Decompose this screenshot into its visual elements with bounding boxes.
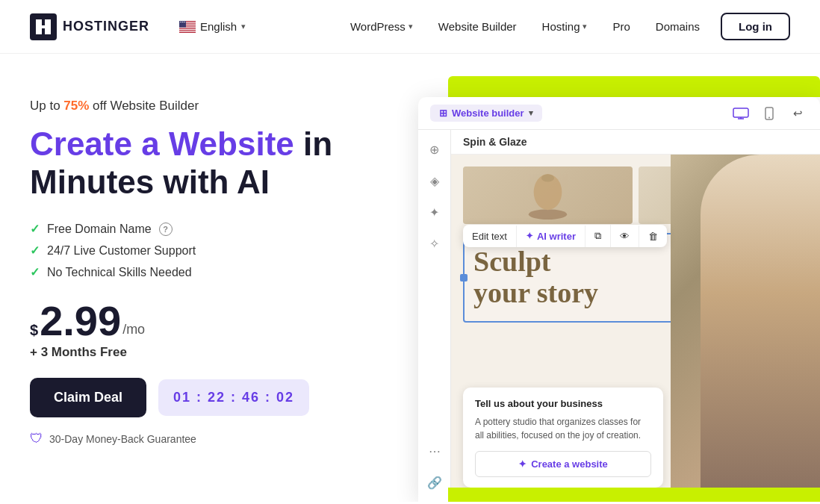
free-months-text: + 3 Months Free <box>30 345 388 360</box>
edit-text-label: Edit text <box>472 231 507 242</box>
lime-bar-bottom <box>448 488 820 502</box>
nav-item-wordpress[interactable]: WordPress ▾ <box>340 14 423 39</box>
language-selector[interactable]: English ▾ <box>179 20 246 33</box>
claim-deal-button[interactable]: Claim Deal <box>30 378 146 417</box>
nav-item-hosting[interactable]: Hosting ▾ <box>532 14 598 39</box>
ai-writer-label: AI writer <box>537 231 576 242</box>
feature-item-domain: ✓ Free Domain Name ? <box>30 222 388 236</box>
feature-item-skills: ✓ No Technical Skills Needed <box>30 265 388 279</box>
browser-body: ⊕ ◈ ✦ ✧ ⋯ 🔗 Spin & Glaze <box>418 130 820 502</box>
canvas-area: Spin & Glaze <box>451 130 820 502</box>
info-icon-domain[interactable]: ? <box>159 223 173 236</box>
login-button[interactable]: Log in <box>721 13 790 40</box>
navbar: HOSTINGER English ▾ WordPress ▾ Website … <box>0 0 820 54</box>
pottery-image-left <box>463 167 633 224</box>
text-edit-toolbar: Edit text ✦ AI writer ⧉ 👁 🗑 <box>463 225 667 247</box>
guarantee-text: 30-Day Money-Back Guarantee <box>49 433 196 445</box>
left-panel: Up to 75% off Website Builder Create a W… <box>30 84 388 447</box>
tab-icon: ⊞ <box>439 108 447 119</box>
price-period: /mo <box>122 322 145 337</box>
price-row: $ 2.99 /mo <box>30 300 388 342</box>
preview-element-button[interactable]: 👁 <box>611 225 639 247</box>
feature-item-support: ✓ 24/7 Live Customer Support <box>30 243 388 258</box>
ai-card-title: Tell us about your business <box>475 398 651 409</box>
ai-card: Tell us about your business A pottery st… <box>463 388 663 488</box>
wordpress-chevron-icon: ▾ <box>409 22 413 31</box>
promo-text: Up to 75% off Website Builder <box>30 99 388 113</box>
edit-text-button[interactable]: Edit text <box>463 225 517 247</box>
ai-writer-button[interactable]: ✦ AI writer <box>517 225 586 247</box>
language-label: English <box>200 20 237 33</box>
tab-chevron-icon: ▾ <box>529 108 533 118</box>
nav-item-website-builder[interactable]: Website Builder <box>428 14 527 39</box>
price-dollar: $ <box>30 322 38 339</box>
pricing-area: $ 2.99 /mo + 3 Months Free <box>30 300 388 360</box>
copy-element-button[interactable]: ⧉ <box>586 225 611 247</box>
svg-rect-14 <box>733 108 748 117</box>
hosting-chevron-icon: ▾ <box>583 22 587 31</box>
countdown-timer: 01 : 22 : 46 : 02 <box>158 379 309 416</box>
desktop-view-icon[interactable] <box>730 106 751 121</box>
active-tab[interactable]: ⊞ Website builder ▾ <box>430 105 542 122</box>
svg-point-10 <box>181 21 181 22</box>
check-icon-skills: ✓ <box>30 265 40 279</box>
create-website-button[interactable]: ✦ Create a website <box>475 451 651 477</box>
canvas-right-photo <box>671 155 820 500</box>
svg-rect-7 <box>179 31 196 31</box>
browser-toolbar: ⊞ Website builder ▾ ↩ <box>418 97 820 130</box>
lime-bar-top <box>448 76 820 97</box>
svg-rect-5 <box>179 27 196 28</box>
toolbar-tabs: ⊞ Website builder ▾ <box>430 105 721 122</box>
promo-percent: 75% <box>63 99 89 113</box>
svg-point-9 <box>180 21 181 22</box>
undo-icon[interactable]: ↩ <box>787 106 808 121</box>
pottery-thumb-left <box>463 167 633 224</box>
link-tool-icon[interactable]: 🔗 <box>424 472 445 493</box>
shield-icon: 🛡 <box>30 431 43 447</box>
nav-links: WordPress ▾ Website Builder Hosting ▾ Pr… <box>340 13 790 40</box>
toolbar-icons: ↩ <box>730 106 808 121</box>
cta-row: Claim Deal 01 : 22 : 46 : 02 <box>30 378 388 417</box>
svg-point-19 <box>529 209 567 220</box>
sculpt-handle-left[interactable] <box>460 274 468 281</box>
svg-point-12 <box>183 21 184 22</box>
headline-purple: Create a Website <box>30 125 294 162</box>
site-name: Spin & Glaze <box>463 136 527 148</box>
language-chevron-icon: ▾ <box>241 22 246 31</box>
svg-point-18 <box>768 116 770 118</box>
browser-window: ⊞ Website builder ▾ ↩ <box>418 97 820 502</box>
hostinger-logo-icon <box>30 13 57 40</box>
ai-card-description: A pottery studio that organizes classes … <box>475 415 651 442</box>
ai-tool-icon[interactable]: ✦ <box>424 202 445 223</box>
svg-point-11 <box>182 21 183 22</box>
logo-text: HOSTINGER <box>63 19 149 34</box>
layers-tool-icon[interactable]: ◈ <box>424 170 445 191</box>
main-content: Up to 75% off Website Builder Create a W… <box>0 54 820 502</box>
svg-rect-6 <box>179 29 196 30</box>
headline: Create a Website in Minutes with AI <box>30 125 388 201</box>
price-main: 2.99 <box>40 300 121 342</box>
add-tool-icon[interactable]: ⊕ <box>424 139 445 160</box>
site-name-bar: Spin & Glaze <box>451 130 820 155</box>
sparkle-tool-icon[interactable]: ✧ <box>424 233 445 254</box>
check-icon-support: ✓ <box>30 243 40 258</box>
ai-create-star-icon: ✦ <box>518 458 527 470</box>
person-photo <box>701 155 820 500</box>
check-icon-domain: ✓ <box>30 222 40 236</box>
create-website-label: Create a website <box>531 458 608 470</box>
more-tool-icon[interactable]: ⋯ <box>424 441 445 461</box>
logo[interactable]: HOSTINGER <box>30 13 149 40</box>
delete-element-button[interactable]: 🗑 <box>639 225 667 247</box>
sidebar-tools: ⊕ ◈ ✦ ✧ ⋯ 🔗 <box>418 130 451 502</box>
guarantee-row: 🛡 30-Day Money-Back Guarantee <box>30 431 388 447</box>
nav-item-domains[interactable]: Domains <box>645 14 710 39</box>
svg-point-13 <box>184 21 185 22</box>
right-panel: ⊞ Website builder ▾ ↩ <box>418 84 790 502</box>
features-list: ✓ Free Domain Name ? ✓ 24/7 Live Custome… <box>30 222 388 279</box>
nav-item-pro[interactable]: Pro <box>602 14 640 39</box>
us-flag-icon <box>179 21 196 33</box>
ai-star-icon: ✦ <box>526 231 533 241</box>
site-canvas: Edit text ✦ AI writer ⧉ 👁 🗑 <box>451 155 820 500</box>
svg-point-21 <box>541 174 554 181</box>
mobile-view-icon[interactable] <box>759 106 780 121</box>
